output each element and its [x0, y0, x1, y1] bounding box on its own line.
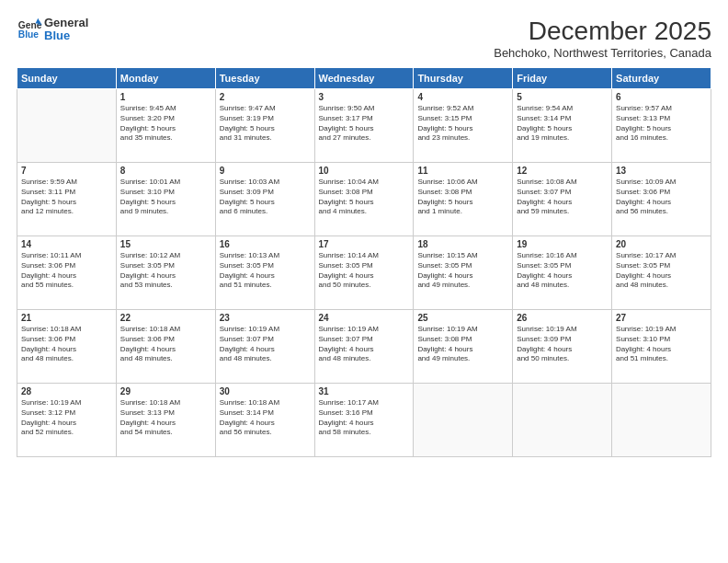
day-number: 24 [319, 313, 410, 323]
calendar-cell: 7Sunrise: 9:59 AM Sunset: 3:11 PM Daylig… [17, 163, 117, 236]
day-number: 4 [417, 92, 508, 102]
calendar-cell: 27Sunrise: 10:19 AM Sunset: 3:10 PM Dayl… [612, 310, 711, 384]
calendar-cell [17, 89, 117, 163]
day-number: 25 [417, 313, 508, 323]
day-info: Sunrise: 9:47 AM Sunset: 3:19 PM Dayligh… [220, 104, 311, 144]
day-info: Sunrise: 10:09 AM Sunset: 3:06 PM Daylig… [616, 178, 707, 217]
title-block: December 2025 Behchoko, Northwest Territ… [494, 17, 711, 60]
day-info: Sunrise: 10:11 AM Sunset: 3:06 PM Daylig… [21, 251, 112, 291]
calendar-cell: 11Sunrise: 10:06 AM Sunset: 3:08 PM Dayl… [414, 163, 513, 236]
day-number: 11 [417, 166, 508, 176]
day-number: 18 [417, 239, 508, 249]
day-info: Sunrise: 9:57 AM Sunset: 3:13 PM Dayligh… [616, 104, 707, 144]
calendar-cell: 3Sunrise: 9:50 AM Sunset: 3:17 PM Daylig… [314, 89, 414, 163]
day-number: 13 [616, 166, 707, 176]
day-number: 9 [220, 166, 311, 176]
month-year: December 2025 [494, 17, 711, 46]
day-number: 6 [616, 92, 707, 102]
calendar-cell: 17Sunrise: 10:14 AM Sunset: 3:05 PM Dayl… [314, 236, 414, 310]
calendar-cell: 16Sunrise: 10:13 AM Sunset: 3:05 PM Dayl… [215, 236, 314, 310]
day-info: Sunrise: 10:19 AM Sunset: 3:08 PM Daylig… [417, 325, 508, 364]
day-number: 21 [21, 313, 112, 323]
day-number: 28 [21, 386, 112, 396]
calendar-cell: 21Sunrise: 10:18 AM Sunset: 3:06 PM Dayl… [17, 310, 117, 384]
day-info: Sunrise: 10:13 AM Sunset: 3:05 PM Daylig… [220, 251, 311, 291]
day-number: 10 [319, 166, 410, 176]
day-number: 16 [220, 239, 311, 249]
logo-line2: Blue [44, 29, 88, 42]
day-number: 15 [120, 239, 211, 249]
day-info: Sunrise: 10:15 AM Sunset: 3:05 PM Daylig… [417, 251, 508, 291]
week-row-0: 1Sunrise: 9:45 AM Sunset: 3:20 PM Daylig… [17, 89, 711, 163]
header: General Blue General Blue December 2025 … [17, 17, 711, 60]
day-info: Sunrise: 10:19 AM Sunset: 3:07 PM Daylig… [220, 325, 311, 364]
calendar-cell: 26Sunrise: 10:19 AM Sunset: 3:09 PM Dayl… [513, 310, 612, 384]
day-number: 23 [220, 313, 311, 323]
day-info: Sunrise: 10:17 AM Sunset: 3:16 PM Daylig… [319, 398, 410, 438]
page: General Blue General Blue December 2025 … [0, 0, 728, 563]
calendar-cell: 9Sunrise: 10:03 AM Sunset: 3:09 PM Dayli… [215, 163, 314, 236]
day-number: 2 [220, 92, 311, 102]
calendar-cell: 1Sunrise: 9:45 AM Sunset: 3:20 PM Daylig… [116, 89, 215, 163]
day-info: Sunrise: 10:14 AM Sunset: 3:05 PM Daylig… [319, 251, 410, 291]
day-number: 12 [517, 166, 608, 176]
week-row-4: 28Sunrise: 10:19 AM Sunset: 3:12 PM Dayl… [17, 384, 711, 457]
week-row-1: 7Sunrise: 9:59 AM Sunset: 3:11 PM Daylig… [17, 163, 711, 236]
day-info: Sunrise: 10:06 AM Sunset: 3:08 PM Daylig… [417, 178, 508, 217]
svg-text:Blue: Blue [18, 30, 40, 40]
day-number: 14 [21, 239, 112, 249]
calendar-cell: 29Sunrise: 10:18 AM Sunset: 3:13 PM Dayl… [116, 384, 215, 457]
day-info: Sunrise: 10:19 AM Sunset: 3:10 PM Daylig… [616, 325, 707, 364]
day-info: Sunrise: 10:18 AM Sunset: 3:06 PM Daylig… [120, 325, 211, 364]
calendar-cell: 4Sunrise: 9:52 AM Sunset: 3:15 PM Daylig… [414, 89, 513, 163]
calendar-header-row: SundayMondayTuesdayWednesdayThursdayFrid… [17, 68, 711, 89]
logo-icon: General Blue [17, 17, 42, 42]
day-info: Sunrise: 9:54 AM Sunset: 3:14 PM Dayligh… [517, 104, 608, 144]
col-header-saturday: Saturday [612, 68, 711, 89]
calendar-cell: 22Sunrise: 10:18 AM Sunset: 3:06 PM Dayl… [116, 310, 215, 384]
calendar-cell: 23Sunrise: 10:19 AM Sunset: 3:07 PM Dayl… [215, 310, 314, 384]
day-number: 3 [319, 92, 410, 102]
calendar-cell [513, 384, 612, 457]
week-row-2: 14Sunrise: 10:11 AM Sunset: 3:06 PM Dayl… [17, 236, 711, 310]
calendar-body: 1Sunrise: 9:45 AM Sunset: 3:20 PM Daylig… [17, 89, 711, 457]
day-number: 29 [120, 386, 211, 396]
day-info: Sunrise: 10:12 AM Sunset: 3:05 PM Daylig… [120, 251, 211, 291]
day-info: Sunrise: 10:19 AM Sunset: 3:12 PM Daylig… [21, 398, 112, 438]
day-info: Sunrise: 10:17 AM Sunset: 3:05 PM Daylig… [616, 251, 707, 291]
col-header-sunday: Sunday [17, 68, 117, 89]
calendar-cell: 6Sunrise: 9:57 AM Sunset: 3:13 PM Daylig… [612, 89, 711, 163]
day-number: 17 [319, 239, 410, 249]
day-info: Sunrise: 9:50 AM Sunset: 3:17 PM Dayligh… [319, 104, 410, 144]
calendar-cell: 28Sunrise: 10:19 AM Sunset: 3:12 PM Dayl… [17, 384, 117, 457]
day-number: 8 [120, 166, 211, 176]
calendar-cell: 5Sunrise: 9:54 AM Sunset: 3:14 PM Daylig… [513, 89, 612, 163]
day-number: 30 [220, 386, 311, 396]
col-header-friday: Friday [513, 68, 612, 89]
col-header-wednesday: Wednesday [314, 68, 414, 89]
day-info: Sunrise: 10:19 AM Sunset: 3:07 PM Daylig… [319, 325, 410, 364]
day-info: Sunrise: 10:16 AM Sunset: 3:05 PM Daylig… [517, 251, 608, 291]
calendar-cell: 13Sunrise: 10:09 AM Sunset: 3:06 PM Dayl… [612, 163, 711, 236]
calendar-cell [612, 384, 711, 457]
calendar-cell: 14Sunrise: 10:11 AM Sunset: 3:06 PM Dayl… [17, 236, 117, 310]
calendar-cell: 19Sunrise: 10:16 AM Sunset: 3:05 PM Dayl… [513, 236, 612, 310]
day-info: Sunrise: 10:19 AM Sunset: 3:09 PM Daylig… [517, 325, 608, 364]
col-header-monday: Monday [116, 68, 215, 89]
day-info: Sunrise: 10:18 AM Sunset: 3:14 PM Daylig… [220, 398, 311, 438]
logo-line1: General [44, 17, 88, 29]
day-info: Sunrise: 10:08 AM Sunset: 3:07 PM Daylig… [517, 178, 608, 217]
day-info: Sunrise: 9:52 AM Sunset: 3:15 PM Dayligh… [417, 104, 508, 144]
calendar-cell [414, 384, 513, 457]
day-info: Sunrise: 10:03 AM Sunset: 3:09 PM Daylig… [220, 178, 311, 217]
day-info: Sunrise: 9:45 AM Sunset: 3:20 PM Dayligh… [120, 104, 211, 144]
calendar-cell: 31Sunrise: 10:17 AM Sunset: 3:16 PM Dayl… [314, 384, 414, 457]
day-info: Sunrise: 10:04 AM Sunset: 3:08 PM Daylig… [319, 178, 410, 217]
col-header-thursday: Thursday [414, 68, 513, 89]
calendar-cell: 25Sunrise: 10:19 AM Sunset: 3:08 PM Dayl… [414, 310, 513, 384]
calendar-cell: 15Sunrise: 10:12 AM Sunset: 3:05 PM Dayl… [116, 236, 215, 310]
day-number: 26 [517, 313, 608, 323]
calendar-cell: 10Sunrise: 10:04 AM Sunset: 3:08 PM Dayl… [314, 163, 414, 236]
calendar-cell: 2Sunrise: 9:47 AM Sunset: 3:19 PM Daylig… [215, 89, 314, 163]
calendar-cell: 12Sunrise: 10:08 AM Sunset: 3:07 PM Dayl… [513, 163, 612, 236]
